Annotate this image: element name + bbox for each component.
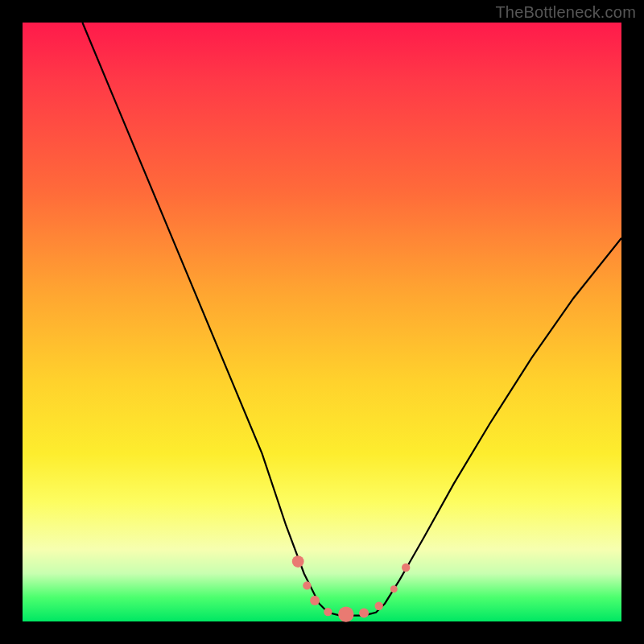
curve-marker <box>324 608 332 616</box>
curve-marker <box>292 555 304 568</box>
curve-path <box>82 23 621 616</box>
curve-marker <box>310 596 320 605</box>
valley-curve <box>23 23 621 621</box>
watermark-text: TheBottleneck.com <box>495 3 636 22</box>
chart-frame: TheBottleneck.com <box>0 0 644 644</box>
plot-area <box>23 23 621 621</box>
curve-marker <box>375 602 383 610</box>
curve-marker <box>402 564 410 572</box>
curve-marker <box>338 606 353 621</box>
curve-marker <box>303 581 311 589</box>
markers-group <box>292 555 411 622</box>
curve-marker <box>359 609 369 618</box>
curve-marker <box>390 585 398 592</box>
